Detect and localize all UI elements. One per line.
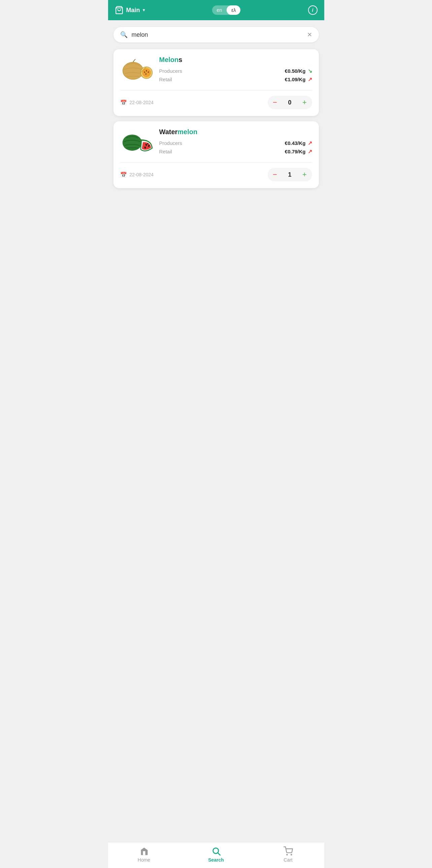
svg-point-18	[287, 854, 287, 855]
chevron-down-icon: ▾	[143, 8, 145, 12]
watermelon-date-value: 22-08-2024	[130, 172, 154, 177]
lang-en-button[interactable]: en	[212, 5, 227, 15]
product-info-watermelon: Watermelon Producers €0.43/Kg ↗ Retail €…	[159, 128, 312, 157]
watermelon-producers-price: €0.43/Kg ↗	[285, 140, 312, 146]
product-name-highlight: Melon	[159, 56, 179, 63]
melons-producers-label: Producers	[159, 68, 182, 74]
melons-date-value: 22-08-2024	[130, 100, 154, 105]
melons-increase-button[interactable]: +	[299, 97, 310, 108]
product-name-watermelon: Watermelon	[159, 128, 312, 136]
melons-decrease-button[interactable]: −	[270, 97, 280, 108]
melons-producers-trend-icon: ↘	[308, 68, 312, 74]
watermelon-producers-row: Producers €0.43/Kg ↗	[159, 140, 312, 146]
melons-retail-row: Retail €1.09/Kg ↗	[159, 76, 312, 83]
nav-item-search[interactable]: Search	[180, 846, 252, 863]
watermelon-quantity: 1	[286, 171, 294, 178]
search-icon: 🔍	[120, 31, 128, 38]
product-card-melons: Melons Producers €0.50/Kg ↘ Retail €1.09…	[113, 49, 319, 116]
app-title-group[interactable]: Main ▾	[115, 6, 145, 14]
calendar-icon-watermelon: 📅	[120, 172, 127, 178]
watermelon-bottom: 📅 22-08-2024 − 1 +	[120, 168, 312, 181]
product-card-watermelon: Watermelon Producers €0.43/Kg ↗ Retail €…	[113, 121, 319, 188]
nav-item-cart[interactable]: Cart	[252, 846, 324, 863]
home-icon	[139, 846, 149, 856]
language-toggle[interactable]: en ελ	[212, 5, 241, 15]
melons-retail-label: Retail	[159, 77, 172, 82]
cart-icon	[284, 846, 293, 856]
watermelon-increase-button[interactable]: +	[299, 169, 310, 180]
product-info-melons: Melons Producers €0.50/Kg ↘ Retail €1.09…	[159, 56, 312, 85]
melons-producers-row: Producers €0.50/Kg ↘	[159, 68, 312, 74]
cart-label: Cart	[284, 857, 292, 863]
basket-icon	[115, 6, 124, 14]
app-title: Main	[126, 7, 140, 14]
melons-quantity-control: − 0 +	[268, 96, 312, 109]
melons-producers-price: €0.50/Kg ↘	[285, 68, 312, 74]
watermelon-date: 📅 22-08-2024	[120, 172, 154, 178]
search-label: Search	[208, 857, 224, 863]
watermelon-retail-row: Retail €0.79/Kg ↗	[159, 148, 312, 155]
search-nav-icon	[211, 846, 221, 856]
search-container: 🔍 ✕	[108, 20, 324, 49]
product-name-melon: melon	[177, 128, 197, 136]
melons-date: 📅 22-08-2024	[120, 99, 154, 106]
melons-quantity: 0	[286, 99, 294, 106]
home-label: Home	[138, 857, 150, 863]
melons-divider	[120, 90, 312, 90]
melons-retail-trend-icon: ↗	[308, 76, 312, 83]
melon-image	[120, 56, 154, 83]
watermelon-retail-label: Retail	[159, 149, 172, 154]
search-bar: 🔍 ✕	[113, 27, 319, 42]
svg-point-11	[122, 134, 142, 151]
watermelon-retail-trend-icon: ↗	[308, 148, 312, 155]
watermelon-retail-price: €0.79/Kg ↗	[285, 148, 312, 155]
product-name-melons: Melons	[159, 56, 312, 64]
melons-retail-price: €1.09/Kg ↗	[285, 76, 312, 83]
app-header: Main ▾ en ελ i	[108, 0, 324, 20]
product-image-watermelon	[120, 128, 154, 155]
watermelon-divider	[120, 162, 312, 162]
watermelon-decrease-button[interactable]: −	[270, 169, 280, 180]
product-name-water: Water	[159, 128, 178, 136]
search-input[interactable]	[132, 31, 303, 38]
product-image-melons	[120, 56, 154, 83]
product-top-melons: Melons Producers €0.50/Kg ↘ Retail €1.09…	[120, 56, 312, 85]
clear-search-button[interactable]: ✕	[307, 31, 312, 38]
calendar-icon-melons: 📅	[120, 99, 127, 106]
watermelon-producers-trend-icon: ↗	[308, 140, 312, 146]
lang-el-button[interactable]: ελ	[227, 5, 240, 15]
svg-line-17	[218, 853, 220, 855]
products-list: Melons Producers €0.50/Kg ↘ Retail €1.09…	[108, 49, 324, 515]
watermelon-image	[120, 128, 154, 155]
bottom-navigation: Home Search Cart	[108, 842, 324, 868]
product-top-watermelon: Watermelon Producers €0.43/Kg ↗ Retail €…	[120, 128, 312, 157]
svg-point-19	[291, 854, 292, 855]
content-spacer	[108, 515, 324, 842]
melons-bottom: 📅 22-08-2024 − 0 +	[120, 96, 312, 109]
product-name-suffix: s	[178, 56, 182, 63]
nav-item-home[interactable]: Home	[108, 846, 180, 863]
info-button[interactable]: i	[308, 5, 318, 15]
watermelon-producers-label: Producers	[159, 140, 182, 146]
watermelon-quantity-control: − 1 +	[268, 168, 312, 181]
